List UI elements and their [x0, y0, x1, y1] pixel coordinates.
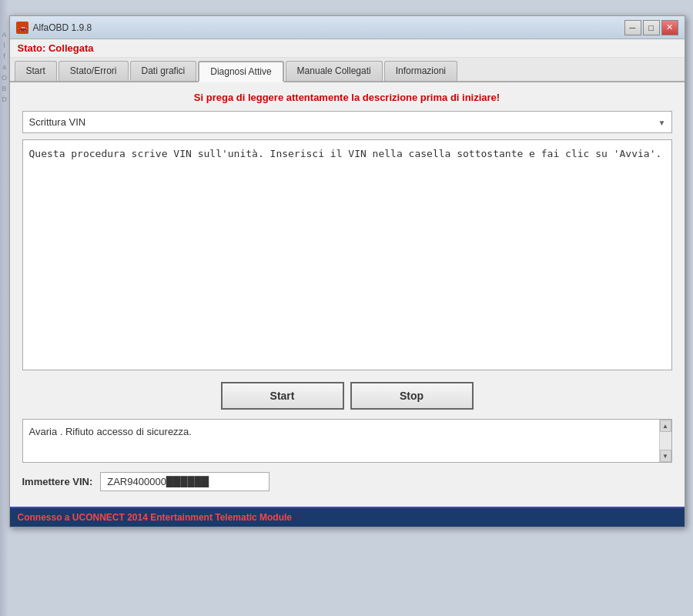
output-box-wrapper: Avaria . Rifiuto accesso di sicurezza. ▲… — [22, 419, 672, 463]
scroll-track — [660, 432, 671, 450]
status-bottom: Connesso a UCONNECT 2014 Entertainment T… — [10, 507, 685, 527]
status-top-label: Stato: Collegata — [18, 42, 94, 54]
edge-letter-a2: a — [2, 63, 6, 71]
scroll-up-button[interactable]: ▲ — [660, 420, 671, 432]
edge-letter-l: l — [4, 42, 5, 49]
main-window: 🚗 AlfaOBD 1.9.8 ─ □ ✕ Stato: Collegata S… — [9, 15, 685, 527]
window-title: AlfaOBD 1.9.8 — [33, 22, 92, 33]
status-bottom-label: Connesso a UCONNECT 2014 Entertainment T… — [18, 512, 293, 523]
title-controls: ─ □ ✕ — [624, 20, 678, 35]
start-button[interactable]: Start — [221, 382, 344, 410]
output-scrollbar: ▲ ▼ — [659, 420, 671, 462]
minimize-button[interactable]: ─ — [624, 20, 641, 35]
main-content: Si prega di leggere attentamente la desc… — [10, 82, 685, 507]
edge-letter-d: D — [2, 95, 7, 103]
vin-row: Immettere VIN: — [22, 472, 672, 491]
close-button[interactable]: ✕ — [661, 20, 678, 35]
tab-manuale-collegati[interactable]: Manuale Collegati — [286, 61, 383, 81]
procedure-dropdown[interactable]: Scrittura VIN — [22, 111, 672, 133]
edge-letter-o: O — [2, 74, 7, 82]
status-top: Stato: Collegata — [10, 39, 685, 58]
title-bar-left: 🚗 AlfaOBD 1.9.8 — [16, 22, 92, 34]
warning-text: Si prega di leggere attentamente la desc… — [22, 92, 672, 103]
tab-diagnosi-attive[interactable]: Diagnosi Attive — [198, 61, 283, 82]
tab-bar: Start Stato/Errori Dati grafici Diagnosi… — [10, 58, 685, 82]
description-box[interactable] — [22, 139, 672, 370]
vin-label: Immettere VIN: — [22, 476, 93, 487]
dropdown-container: Scrittura VIN ▼ — [22, 111, 672, 133]
tab-start[interactable]: Start — [15, 61, 57, 81]
tab-dati-grafici[interactable]: Dati grafici — [130, 61, 197, 81]
edge-letter-f: f — [3, 52, 5, 60]
left-edge-decoration: A l f a O B D — [0, 0, 8, 616]
tab-stato-errori[interactable]: Stato/Errori — [59, 61, 129, 81]
title-bar: 🚗 AlfaOBD 1.9.8 ─ □ ✕ — [10, 16, 685, 39]
app-icon: 🚗 — [16, 22, 28, 34]
scroll-down-button[interactable]: ▼ — [660, 450, 671, 462]
tab-informazioni[interactable]: Informazioni — [384, 61, 457, 81]
buttons-row: Start Stop — [22, 382, 672, 410]
edge-letter-a: A — [2, 31, 6, 38]
maximize-button[interactable]: □ — [643, 20, 660, 35]
vin-input[interactable] — [100, 472, 270, 491]
edge-letter-b: B — [2, 85, 6, 92]
stop-button[interactable]: Stop — [350, 382, 474, 410]
output-text: Avaria . Rifiuto accesso di sicurezza. — [23, 420, 659, 462]
